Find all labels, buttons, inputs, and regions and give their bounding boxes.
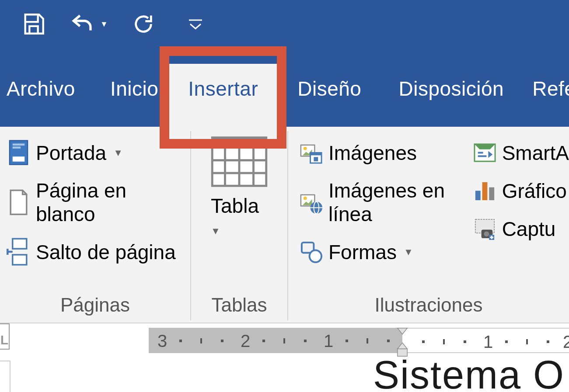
ruler-number: 2 (241, 331, 250, 351)
undo-icon (70, 11, 96, 37)
chevron-down-icon: ▼ (113, 147, 123, 159)
ruler-track[interactable]: 3 2 1 1 (149, 328, 569, 353)
svg-rect-29 (475, 191, 481, 201)
svg-rect-18 (314, 157, 318, 161)
screenshot-button[interactable]: Captu (473, 217, 569, 241)
online-images-button[interactable]: Imágenes en línea (299, 179, 460, 226)
tab-referencias[interactable]: Referen (532, 77, 569, 127)
svg-point-25 (310, 250, 322, 263)
repeat-icon (132, 13, 155, 35)
svg-point-15 (304, 147, 307, 150)
tab-inicio[interactable]: Inicio (97, 77, 166, 127)
customize-qat-button[interactable] (188, 18, 203, 30)
group-label-ilustraciones: Ilustraciones (288, 292, 569, 323)
group-paginas: Portada ▼ Página en blanco (0, 127, 190, 323)
group-label-tablas: Tablas (191, 292, 287, 323)
shapes-label: Formas (328, 240, 397, 264)
cover-page-icon (7, 141, 31, 165)
images-label: Imágenes (328, 141, 417, 165)
group-tablas: Tabla ▼ Tablas (191, 127, 287, 323)
page-break-icon (7, 240, 31, 264)
svg-rect-4 (13, 147, 21, 149)
group-ilustraciones: Imágenes Imágenes en línea (288, 127, 569, 323)
ruler-number: 1 (324, 331, 333, 351)
svg-rect-6 (13, 255, 27, 265)
svg-rect-27 (478, 152, 483, 154)
shapes-icon (299, 240, 323, 264)
tab-insertar-wrap: Insertar (166, 64, 280, 127)
document-area[interactable]: Sistema O (0, 361, 569, 392)
page-break-label: Salto de página (36, 240, 176, 264)
chart-icon (473, 179, 497, 203)
save-icon (21, 11, 46, 37)
cover-page-button[interactable]: Portada ▼ (7, 141, 190, 165)
smartart-label: SmartA (502, 141, 569, 165)
cover-page-label: Portada (36, 141, 106, 165)
undo-button[interactable]: ▼ (70, 11, 108, 37)
tab-disposicion[interactable]: Disposición (385, 77, 532, 127)
quick-access-toolbar: ▼ (0, 0, 569, 48)
images-icon (299, 141, 323, 165)
svg-rect-5 (13, 239, 27, 249)
tab-selector[interactable]: L (0, 323, 10, 350)
svg-rect-17 (311, 153, 322, 156)
chart-button[interactable]: Gráfico (473, 179, 569, 203)
svg-rect-31 (489, 187, 494, 200)
chart-label: Gráfico (502, 179, 567, 203)
table-button[interactable]: Tabla ▼ (211, 135, 268, 237)
svg-point-20 (304, 196, 307, 200)
customize-icon (188, 18, 203, 30)
blank-page-label: Página en blanco (36, 179, 190, 226)
undo-dropdown-icon[interactable]: ▼ (100, 20, 108, 29)
ruler-number: 2 (563, 332, 569, 352)
page-break-button[interactable]: Salto de página (7, 240, 190, 264)
online-images-label: Imágenes en línea (328, 179, 460, 226)
document-text: Sistema O (373, 353, 565, 392)
screenshot-label: Captu (502, 217, 556, 241)
svg-point-34 (484, 231, 489, 236)
ruler-number: 3 (157, 331, 167, 351)
repeat-button[interactable] (132, 13, 155, 35)
svg-rect-3 (13, 144, 24, 146)
smartart-icon (473, 141, 497, 165)
images-button[interactable]: Imágenes (299, 141, 460, 165)
tab-insertar[interactable]: Insertar (166, 64, 280, 127)
ribbon-tabs: Archivo Inicio Insertar Diseño Disposici… (0, 48, 569, 127)
chevron-down-icon: ▼ (404, 246, 413, 258)
ruler-number: 1 (483, 332, 493, 352)
tab-diseno[interactable]: Diseño (280, 77, 385, 127)
ribbon: Portada ▼ Página en blanco (0, 127, 569, 323)
svg-rect-28 (478, 155, 486, 157)
blank-page-button[interactable]: Página en blanco (7, 179, 190, 226)
table-label: Tabla (211, 194, 268, 218)
blank-page-icon (7, 191, 31, 215)
table-icon (211, 135, 268, 190)
screenshot-icon (473, 217, 497, 241)
shapes-button[interactable]: Formas ▼ (299, 240, 460, 264)
chevron-down-icon: ▼ (211, 225, 268, 237)
save-button[interactable] (21, 11, 46, 37)
tab-archivo[interactable]: Archivo (0, 77, 97, 127)
vertical-ruler-stub (0, 361, 10, 392)
group-label-paginas: Páginas (0, 292, 190, 323)
smartart-button[interactable]: SmartA (473, 141, 569, 165)
svg-rect-2 (13, 157, 24, 162)
online-images-icon (299, 191, 323, 215)
svg-rect-30 (482, 182, 487, 200)
